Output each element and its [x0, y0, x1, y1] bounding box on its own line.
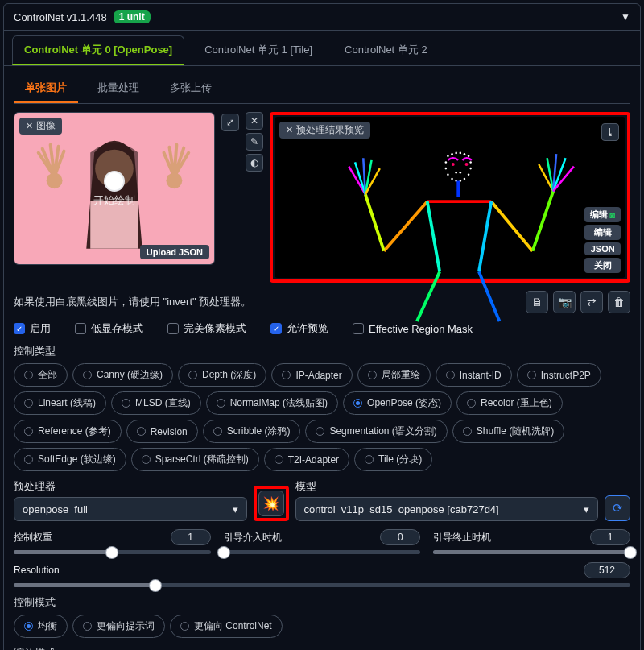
- svg-point-23: [465, 163, 469, 166]
- control-type-tile[interactable]: Tile (分块): [354, 448, 432, 471]
- control-type-revision[interactable]: Revision: [126, 420, 198, 443]
- guidance-start-slider[interactable]: 引导介入时机0: [224, 529, 421, 554]
- svg-point-16: [451, 178, 453, 180]
- preprocessor-select[interactable]: openpose_full▾: [14, 497, 247, 521]
- control-type-openpose[interactable]: OpenPose (姿态): [343, 391, 452, 415]
- close-icon[interactable]: ✕: [246, 112, 263, 130]
- control-type-reference[interactable]: Reference (参考): [14, 420, 122, 443]
- pixelperfect-checkbox[interactable]: 完美像素模式: [167, 321, 246, 336]
- svg-point-6: [455, 152, 457, 155]
- svg-point-4: [447, 155, 449, 157]
- model-select[interactable]: control_v11p_sd15_openpose [cab727d4]▾: [295, 497, 598, 521]
- control-type-mlsd[interactable]: MLSD (直线): [111, 391, 201, 415]
- mode-balanced[interactable]: 均衡: [14, 615, 68, 638]
- control-type-ip-adapter[interactable]: IP-Adapter: [271, 363, 352, 387]
- image-tool-col-2: ✕ ✎ ◐: [246, 112, 263, 283]
- upload-json-button[interactable]: Upload JSON: [140, 245, 209, 259]
- edit-button[interactable]: 编辑: [584, 225, 621, 240]
- control-type-shuffle[interactable]: Shuffle (随机洗牌): [452, 420, 564, 443]
- unit-count-badge: 1 unit: [114, 10, 151, 23]
- preprocessor-label: 预处理器: [14, 479, 247, 494]
- svg-point-5: [451, 153, 453, 155]
- resize-mode-label: 缩放模式: [14, 646, 630, 650]
- tab-unit-1[interactable]: ControlNet 单元 1 [Tile]: [192, 35, 324, 65]
- preprocess-preview[interactable]: ✕ 预处理结果预览 ⭳: [275, 117, 625, 278]
- preprocessor-model-row: 预处理器 openpose_full▾ 💥 模型 control_v11p_sd…: [14, 479, 630, 521]
- image-mode-tabs: 单张图片 批量处理 多张上传: [14, 74, 630, 104]
- svg-point-7: [460, 152, 462, 155]
- svg-line-28: [491, 201, 532, 251]
- control-type-scribble[interactable]: Scribble (涂鸦): [203, 420, 301, 443]
- control-type-全部[interactable]: 全部: [14, 363, 68, 387]
- enable-checkbox[interactable]: ✓启用: [14, 321, 51, 336]
- svg-point-2: [47, 172, 63, 188]
- svg-line-43: [553, 167, 574, 192]
- panel-title: ControlNet v1.1.448: [14, 11, 107, 23]
- svg-line-29: [533, 191, 554, 250]
- chevron-down-icon: ▾: [584, 503, 589, 515]
- edit-pose-button[interactable]: 编辑◙: [584, 207, 621, 222]
- edit-icon[interactable]: ✎: [246, 133, 263, 151]
- draw-overlay: 开始绘制: [93, 169, 135, 208]
- svg-point-20: [455, 172, 457, 174]
- svg-rect-1: [90, 201, 138, 249]
- control-type-instant-id[interactable]: Instant-ID: [436, 363, 512, 387]
- refresh-models-button[interactable]: ⟳: [605, 495, 630, 521]
- color-icon[interactable]: ◐: [246, 154, 263, 172]
- svg-point-14: [447, 174, 449, 176]
- control-type-instructp2p[interactable]: InstructP2P: [517, 363, 601, 387]
- control-type-chips: 全部Canny (硬边缘)Depth (深度)IP-Adapter局部重绘Ins…: [14, 363, 630, 471]
- mode-prompt[interactable]: 更偏向提示词: [72, 615, 165, 638]
- svg-point-8: [464, 153, 466, 155]
- guidance-end-slider[interactable]: 引导终止时机1: [433, 529, 630, 554]
- effective-region-checkbox[interactable]: Effective Region Mask: [353, 323, 473, 335]
- control-type-lineart[interactable]: Lineart (线稿): [14, 391, 106, 415]
- svg-line-32: [479, 201, 491, 271]
- preview-highlight-frame: ✕ 预处理结果预览 ⭳: [270, 112, 630, 283]
- svg-point-12: [445, 168, 448, 170]
- chevron-down-icon[interactable]: ▼: [621, 11, 630, 23]
- image-label: ✕ 图像: [19, 118, 62, 135]
- unit-tabs: ControlNet 单元 0 [OpenPose] ControlNet 单元…: [4, 31, 640, 66]
- json-button[interactable]: JSON: [584, 242, 621, 255]
- fullscreen-icon[interactable]: ⤢: [221, 114, 239, 131]
- tab-batch[interactable]: 批量处理: [86, 74, 151, 103]
- chevron-down-icon: ▾: [233, 503, 238, 515]
- svg-point-22: [452, 163, 455, 166]
- lowvram-checkbox[interactable]: 低显存模式: [75, 321, 143, 336]
- allow-preview-checkbox[interactable]: ✓允许预览: [270, 321, 328, 336]
- control-type-depth[interactable]: Depth (深度): [178, 363, 266, 387]
- tab-unit-0[interactable]: ControlNet 单元 0 [OpenPose]: [12, 35, 184, 65]
- resolution-slider[interactable]: Resolution512: [14, 562, 630, 587]
- control-type-label: 控制类型: [14, 344, 630, 358]
- preview-action-buttons: 编辑◙ 编辑 JSON 关闭: [584, 207, 621, 273]
- image-icon: ✕: [26, 121, 33, 131]
- svg-point-10: [445, 161, 448, 164]
- close-preview-button[interactable]: 关闭: [584, 258, 621, 273]
- control-type-canny[interactable]: Canny (硬边缘): [72, 363, 173, 387]
- svg-point-11: [469, 161, 472, 164]
- svg-line-33: [479, 271, 500, 321]
- mode-controlnet[interactable]: 更偏向 ControlNet: [170, 615, 283, 638]
- explode-highlight-frame: 💥: [254, 486, 289, 521]
- tab-single-image[interactable]: 单张图片: [14, 74, 78, 103]
- svg-point-9: [468, 155, 470, 157]
- control-type-segmentation[interactable]: Segmentation (语义分割): [305, 420, 447, 443]
- svg-point-21: [460, 172, 462, 174]
- run-preprocess-button[interactable]: 💥: [258, 491, 284, 516]
- tab-unit-2[interactable]: ControlNet 单元 2: [332, 35, 440, 65]
- control-weight-slider[interactable]: 控制权重1: [14, 529, 211, 554]
- control-type-局部重绘[interactable]: 局部重绘: [357, 363, 431, 387]
- controlnet-panel: ControlNet v1.1.448 1 unit ▼ ControlNet …: [3, 3, 641, 650]
- panel-header[interactable]: ControlNet v1.1.448 1 unit ▼: [4, 4, 640, 31]
- control-type-softedge[interactable]: SoftEdge (软边缘): [14, 448, 126, 471]
- image-row: ✕ 图像 开始绘制 Upload JSON ⤢ ✕ ✎ ◐: [14, 112, 630, 283]
- tab-multi[interactable]: 多张上传: [159, 74, 223, 103]
- svg-line-31: [417, 271, 440, 321]
- svg-point-15: [468, 174, 470, 176]
- control-type-recolor[interactable]: Recolor (重上色): [456, 391, 563, 415]
- control-type-t2i-adapter[interactable]: T2I-Adapter: [264, 448, 349, 471]
- control-type-normalmap[interactable]: NormalMap (法线贴图): [206, 391, 338, 415]
- source-image-box[interactable]: ✕ 图像 开始绘制 Upload JSON: [14, 112, 215, 265]
- control-type-sparsectrl[interactable]: SparseCtrl (稀疏控制): [131, 448, 259, 471]
